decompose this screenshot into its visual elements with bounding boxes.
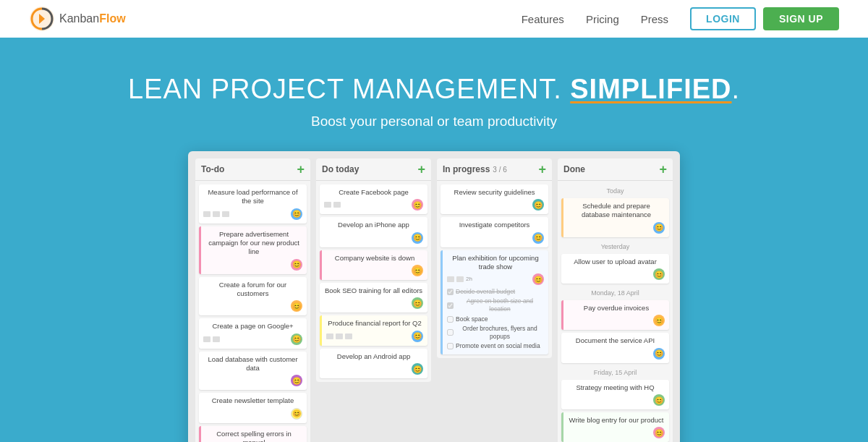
nav-links: Features Pricing Press LOGIN SIGN UP [522,7,839,30]
avatar: 😊 [653,394,665,406]
column-dotoday-header: Do today + [316,158,431,181]
column-inprogress-body: Review security guidelines 😊 Investigate… [437,181,552,358]
table-row: Plan exhibition for upcoming trade show … [441,250,548,354]
table-row: Create Facebook page 😊 [320,184,427,214]
table-row: Document the service API 😊 [561,333,669,362]
nav-features[interactable]: Features [522,13,564,25]
hero-subtitle: Boost your personal or team productivity [14,114,854,129]
column-done: Done + Today Schedule and prepare databa… [558,158,673,442]
table-row: Create a page on Google+ 😊 [199,318,307,348]
avatar: 😊 [653,427,665,438]
board-columns: To-do + Measure load performance of the … [195,158,673,442]
avatar: 😊 [412,363,423,375]
hero-title-bold: SIMPLIFIED [570,74,731,104]
avatar: 😊 [291,333,302,345]
table-row: Company website is down 😊 [320,250,427,280]
logo: KanbanFlow [29,6,126,32]
table-row: Strategy meeting with HQ 😊 [561,380,669,409]
table-row: Develop an Android app 😊 [320,349,427,378]
avatar: 😊 [653,348,665,360]
login-button[interactable]: LOGIN [690,7,756,30]
column-todo: To-do + Measure load performance of the … [195,158,310,442]
table-row: Load database with customer data 😊 [199,352,307,391]
avatar: 😊 [532,232,544,244]
kanban-board: To-do + Measure load performance of the … [188,151,680,442]
column-inprogress-title: In progress [443,164,490,174]
avatar: 😊 [291,208,302,220]
table-row: Create newsletter template 😊 [199,393,307,422]
table-row: Develop an iPhone app 😊 [320,217,427,247]
signup-button[interactable]: SIGN UP [763,7,839,30]
column-inprogress-add[interactable]: + [538,163,546,176]
avatar: 😊 [532,273,544,285]
table-row: Review security guidelines 😊 [441,184,548,214]
column-done-title: Done [563,164,585,174]
checklist-item: Promote event on social media [447,341,544,351]
table-row: Allow user to upload avatar 😊 [561,254,669,284]
column-todo-header: To-do + [195,158,310,181]
done-section-yesterday: Yesterday [561,240,669,251]
table-row: Produce financial report for Q2 😊 [320,315,427,345]
avatar: 😊 [291,375,302,386]
hero-title: LEAN PROJECT MANAGEMENT. SIMPLIFIED. [14,74,854,105]
column-dotoday: Do today + Create Facebook page 😊 Develo… [316,158,431,382]
avatar: 😊 [291,300,302,312]
table-row: Write blog entry for our product 😊 [561,412,669,442]
checklist-item: Book space [447,315,544,324]
column-dotoday-body: Create Facebook page 😊 Develop an iPhone… [316,181,431,382]
done-section-today: Today [561,184,669,195]
table-row: Pay overdue invoices 😊 [561,300,669,330]
column-done-add[interactable]: + [659,163,667,176]
avatar: 😊 [653,315,665,326]
column-inprogress-header: In progress 3 / 6 + [437,158,552,181]
table-row: Measure load performance of the site 😊 [199,184,307,224]
checklist-item: Decide overall budget [447,287,544,297]
avatar: 😊 [412,297,423,309]
column-inprogress: In progress 3 / 6 + Review security guid… [437,158,552,358]
checklist-item: Order brochures, flyers and popups [447,324,544,341]
table-row: Prepare advertisement campaign for our n… [199,226,307,274]
column-todo-title: To-do [201,164,224,174]
table-row: Book SEO training for all editors 😊 [320,283,427,313]
avatar: 😊 [412,199,423,211]
avatar: 😊 [291,408,302,420]
column-todo-body: Measure load performance of the site 😊 P… [195,181,310,442]
navbar: KanbanFlow Features Pricing Press LOGIN … [0,0,868,38]
nav-press[interactable]: Press [641,13,668,25]
avatar: 😊 [412,232,423,244]
avatar: 😊 [412,331,423,342]
nav-auth-buttons: LOGIN SIGN UP [690,7,839,30]
avatar: 😊 [653,222,665,234]
icon-check [213,211,220,217]
done-section-friday: Friday, 15 April [561,366,669,377]
avatar: 😊 [653,268,665,280]
avatar: 😊 [412,265,423,276]
checklist-item: Agree on booth size and location [447,297,544,314]
nav-pricing[interactable]: Pricing [586,13,619,25]
inprogress-badge: 3 / 6 [493,166,506,174]
column-dotoday-title: Do today [322,164,359,174]
logo-text: KanbanFlow [59,12,126,25]
avatar: 😊 [532,199,544,211]
table-row: Correct spelling errors in manual 😊 [199,426,307,442]
table-row: Investigate competitors 😊 [441,217,548,247]
avatar: 😊 [291,259,302,271]
kanbanflow-logo-icon [29,6,55,32]
table-row: Schedule and prepare database maintenanc… [561,198,669,237]
hero-section: LEAN PROJECT MANAGEMENT. SIMPLIFIED. Boo… [0,38,868,442]
icon-msg [222,211,229,217]
table-row: Create a forum for our customers 😊 [199,277,307,316]
column-done-body: Today Schedule and prepare database main… [558,181,673,442]
done-section-monday: Monday, 18 April [561,286,669,297]
column-done-header: Done + [558,158,673,181]
column-todo-add[interactable]: + [297,163,305,176]
column-dotoday-add[interactable]: + [417,163,425,176]
icon-attach [203,211,210,217]
